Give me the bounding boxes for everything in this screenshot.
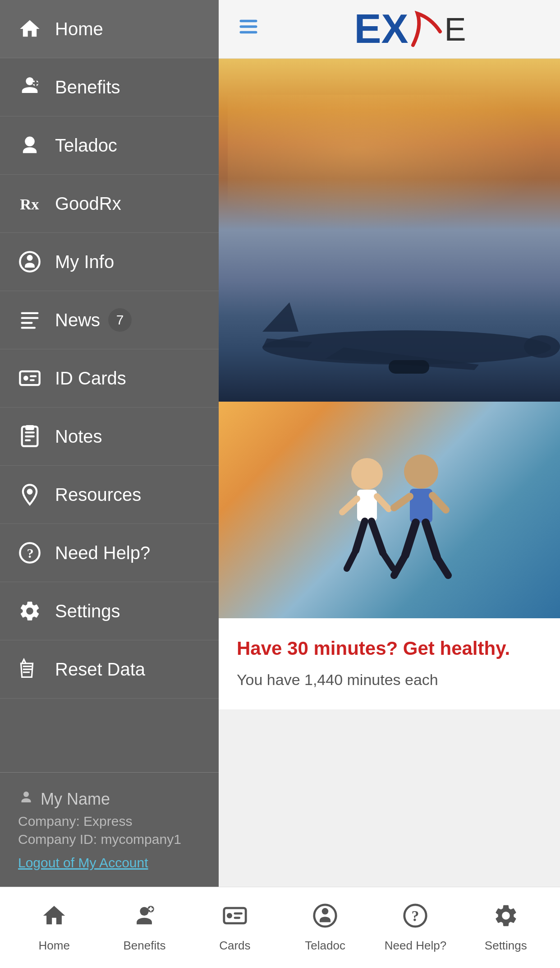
app-header: E X E <box>219 0 560 59</box>
tab-home-icon <box>41 903 67 934</box>
sidebar-item-myinfo[interactable]: My Info <box>0 233 219 291</box>
footer-person-icon <box>18 789 34 809</box>
tab-teladoc-icon <box>312 903 338 934</box>
svg-rect-11 <box>21 327 36 329</box>
sidebar-label-settings: Settings <box>55 601 120 621</box>
tab-benefits-icon <box>131 903 157 934</box>
tab-needhelp-label: Need Help? <box>385 939 446 953</box>
sidebar-item-home[interactable]: Home <box>0 0 219 58</box>
tab-needhelp-icon: ? <box>402 903 428 934</box>
tab-teladoc-label: Teladoc <box>305 939 345 953</box>
tab-needhelp[interactable]: ? Need Help? <box>370 896 460 959</box>
footer-company-id: Company ID: mycompany1 <box>18 832 201 847</box>
tab-cards-label: Cards <box>219 939 250 953</box>
tab-settings[interactable]: Settings <box>461 896 551 959</box>
tab-teladoc[interactable]: Teladoc <box>280 896 370 959</box>
svg-rect-29 <box>240 31 257 33</box>
sidebar-label-news: News <box>55 310 100 330</box>
svg-rect-17 <box>25 431 35 433</box>
svg-line-49 <box>426 523 437 557</box>
svg-rect-15 <box>30 379 35 381</box>
benefits-icon <box>18 75 41 99</box>
tab-cards-icon <box>222 903 248 934</box>
svg-line-42 <box>347 551 356 569</box>
svg-rect-18 <box>25 435 35 437</box>
tab-home-label: Home <box>38 939 69 953</box>
sidebar-label-needhelp: Need Help? <box>55 543 150 563</box>
svg-rect-45 <box>410 489 432 523</box>
idcards-icon <box>18 366 41 390</box>
sidebar-item-settings[interactable]: Settings <box>0 582 219 640</box>
sidebar: Home Benefits Teladoc <box>0 0 219 887</box>
sidebar-item-news[interactable]: News 7 <box>0 291 219 349</box>
svg-line-46 <box>394 496 410 508</box>
airplane-svg <box>253 293 560 384</box>
svg-point-36 <box>351 458 383 490</box>
needhelp-icon: ? <box>18 541 41 565</box>
svg-line-48 <box>405 523 416 555</box>
sidebar-label-idcards: ID Cards <box>55 368 126 389</box>
sidebar-item-teladoc[interactable]: Teladoc <box>0 116 219 175</box>
article-body: You have 1,440 minutes each <box>237 668 542 691</box>
svg-point-52 <box>140 907 149 916</box>
article-title: Have 30 minutes? Get healthy. <box>237 636 542 661</box>
svg-point-31 <box>524 335 560 358</box>
sidebar-item-benefits[interactable]: Benefits <box>0 58 219 116</box>
main-content: E X E <box>219 0 560 887</box>
svg-rect-10 <box>21 322 33 324</box>
svg-line-38 <box>342 499 357 512</box>
svg-line-50 <box>394 555 405 575</box>
sidebar-item-idcards[interactable]: ID Cards <box>0 349 219 408</box>
hero-image-runners <box>219 402 560 618</box>
footer-company: Company: Express <box>18 814 201 829</box>
tab-cards[interactable]: Cards <box>190 896 280 959</box>
svg-text:?: ? <box>27 546 34 561</box>
svg-line-51 <box>437 557 448 575</box>
sidebar-footer: My Name Company: Express Company ID: myc… <box>0 772 219 887</box>
svg-point-44 <box>404 454 438 489</box>
logo-swoosh <box>409 9 445 50</box>
svg-rect-12 <box>20 371 39 385</box>
svg-line-43 <box>383 553 393 569</box>
notes-icon <box>18 425 41 448</box>
resetdata-icon <box>18 658 41 681</box>
sidebar-item-goodrx[interactable]: Rx GoodRx <box>0 175 219 233</box>
article-card: Have 30 minutes? Get healthy. You have 1… <box>219 618 560 709</box>
svg-rect-58 <box>234 912 242 915</box>
sidebar-label-notes: Notes <box>55 426 102 447</box>
svg-rect-28 <box>240 25 257 28</box>
tab-home[interactable]: Home <box>9 896 99 959</box>
logout-link[interactable]: Logout of My Account <box>18 855 201 871</box>
svg-marker-32 <box>262 302 298 332</box>
svg-text:?: ? <box>412 908 419 924</box>
svg-point-13 <box>23 376 28 381</box>
tab-settings-label: Settings <box>485 939 527 953</box>
tab-settings-icon <box>493 903 519 934</box>
news-badge: 7 <box>108 308 132 332</box>
goodrx-icon: Rx <box>18 192 41 215</box>
svg-rect-8 <box>21 312 39 314</box>
teladoc-icon <box>18 134 41 157</box>
svg-line-39 <box>377 496 389 509</box>
myinfo-icon <box>18 250 41 273</box>
sidebar-label-teladoc: Teladoc <box>55 135 117 156</box>
sidebar-label-resetdata: Reset Data <box>55 659 145 680</box>
svg-point-23 <box>28 490 32 494</box>
home-icon <box>18 17 41 41</box>
runners-svg <box>277 438 502 618</box>
sidebar-label-home: Home <box>55 19 103 39</box>
svg-rect-9 <box>21 317 39 319</box>
menu-icon[interactable] <box>237 15 260 43</box>
svg-point-61 <box>322 908 329 915</box>
resources-icon <box>18 483 41 506</box>
sidebar-item-notes[interactable]: Notes <box>0 408 219 466</box>
sidebar-item-needhelp[interactable]: ? Need Help? <box>0 524 219 582</box>
svg-rect-37 <box>357 490 377 521</box>
svg-point-26 <box>23 792 29 797</box>
tab-benefits[interactable]: Benefits <box>99 896 189 959</box>
svg-rect-59 <box>234 917 240 919</box>
sidebar-item-resources[interactable]: Resources <box>0 466 219 524</box>
logo-area: E X E <box>278 6 542 52</box>
svg-rect-19 <box>25 440 31 441</box>
sidebar-item-resetdata[interactable]: Reset Data <box>0 640 219 699</box>
